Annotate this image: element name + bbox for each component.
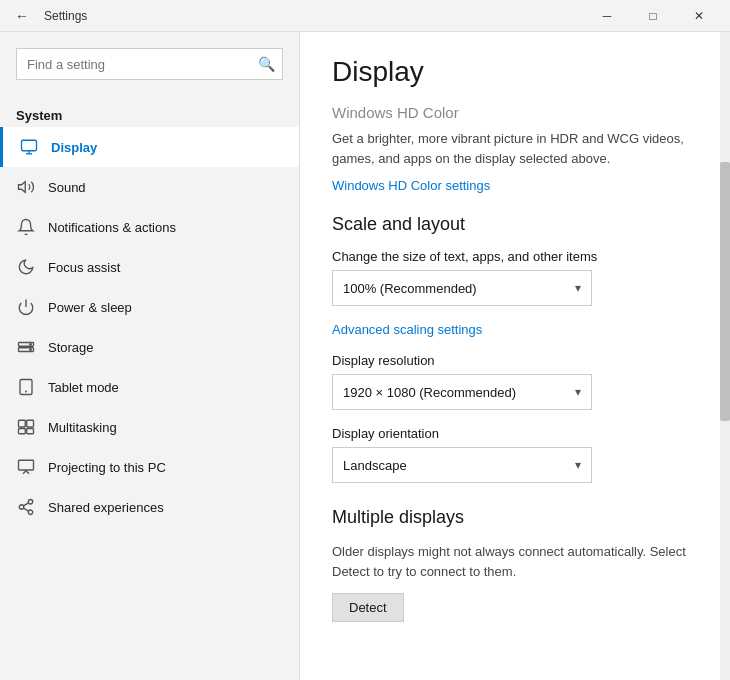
focus-icon xyxy=(16,257,36,277)
hd-color-link[interactable]: Windows HD Color settings xyxy=(332,178,490,193)
back-icon: ← xyxy=(15,8,29,24)
hd-color-desc: Get a brighter, more vibrant picture in … xyxy=(332,129,698,168)
advanced-scaling-link[interactable]: Advanced scaling settings xyxy=(332,322,698,337)
sidebar-item-tablet[interactable]: Tablet mode xyxy=(0,367,299,407)
scale-dropdown-value: 100% (Recommended) xyxy=(343,281,477,296)
svg-rect-13 xyxy=(19,429,26,434)
title-bar-title: Settings xyxy=(44,9,87,23)
sidebar: 🔍 System Display xyxy=(0,32,300,680)
scale-dropdown[interactable]: 100% (Recommended) ▾ xyxy=(332,270,592,306)
page-title: Display xyxy=(332,56,698,88)
scale-section: Scale and layout Change the size of text… xyxy=(332,214,698,483)
notifications-icon xyxy=(16,217,36,237)
sidebar-item-projecting[interactable]: Projecting to this PC xyxy=(0,447,299,487)
resolution-label: Display resolution xyxy=(332,353,698,368)
resolution-field-group: Display resolution 1920 × 1080 (Recommen… xyxy=(332,353,698,410)
hd-color-header: Windows HD Color xyxy=(332,104,698,121)
svg-rect-11 xyxy=(19,420,26,427)
tablet-icon xyxy=(16,377,36,397)
power-icon xyxy=(16,297,36,317)
svg-point-8 xyxy=(30,349,32,351)
scale-section-title: Scale and layout xyxy=(332,214,698,235)
sidebar-item-multitasking[interactable]: Multitasking xyxy=(0,407,299,447)
title-bar: ← Settings ─ □ ✕ xyxy=(0,0,730,32)
sidebar-item-sound-label: Sound xyxy=(48,180,86,195)
sidebar-header: 🔍 xyxy=(0,32,299,100)
orientation-dropdown[interactable]: Landscape ▾ xyxy=(332,447,592,483)
orientation-field-group: Display orientation Landscape ▾ xyxy=(332,426,698,483)
close-icon: ✕ xyxy=(694,9,704,23)
orientation-dropdown-value: Landscape xyxy=(343,458,407,473)
orientation-label: Display orientation xyxy=(332,426,698,441)
multiple-displays-section: Multiple displays Older displays might n… xyxy=(332,507,698,622)
sidebar-item-power-label: Power & sleep xyxy=(48,300,132,315)
sidebar-item-shared[interactable]: Shared experiences xyxy=(0,487,299,527)
sidebar-item-focus[interactable]: Focus assist xyxy=(0,247,299,287)
search-input[interactable] xyxy=(16,48,283,80)
scale-chevron-icon: ▾ xyxy=(575,281,581,295)
sidebar-section-label: System xyxy=(0,100,299,127)
svg-point-7 xyxy=(30,344,32,346)
svg-rect-15 xyxy=(19,460,34,470)
title-bar-left: ← Settings xyxy=(8,2,584,30)
multiple-displays-desc: Older displays might not always connect … xyxy=(332,542,698,581)
scale-label: Change the size of text, apps, and other… xyxy=(332,249,698,264)
main-container: 🔍 System Display xyxy=(0,32,730,680)
multiple-displays-title: Multiple displays xyxy=(332,507,698,528)
sidebar-item-storage[interactable]: Storage xyxy=(0,327,299,367)
sidebar-item-storage-label: Storage xyxy=(48,340,94,355)
svg-point-16 xyxy=(28,500,33,505)
sidebar-item-display-label: Display xyxy=(51,140,97,155)
svg-marker-3 xyxy=(19,182,26,193)
maximize-icon: □ xyxy=(649,9,656,23)
resolution-dropdown[interactable]: 1920 × 1080 (Recommended) ▾ xyxy=(332,374,592,410)
sidebar-item-display[interactable]: Display xyxy=(0,127,299,167)
resolution-chevron-icon: ▾ xyxy=(575,385,581,399)
projecting-icon xyxy=(16,457,36,477)
svg-rect-0 xyxy=(22,140,37,151)
orientation-chevron-icon: ▾ xyxy=(575,458,581,472)
svg-line-19 xyxy=(23,508,28,511)
storage-icon xyxy=(16,337,36,357)
maximize-button[interactable]: □ xyxy=(630,0,676,32)
resolution-dropdown-value: 1920 × 1080 (Recommended) xyxy=(343,385,516,400)
title-bar-controls: ─ □ ✕ xyxy=(584,0,722,32)
sidebar-item-multitasking-label: Multitasking xyxy=(48,420,117,435)
svg-point-17 xyxy=(19,505,24,510)
multitasking-icon xyxy=(16,417,36,437)
shared-icon xyxy=(16,497,36,517)
sidebar-item-notifications[interactable]: Notifications & actions xyxy=(0,207,299,247)
hd-color-section: Windows HD Color Get a brighter, more vi… xyxy=(332,104,698,194)
scrollbar-track[interactable] xyxy=(720,32,730,680)
close-button[interactable]: ✕ xyxy=(676,0,722,32)
search-container: 🔍 xyxy=(16,48,283,80)
svg-line-20 xyxy=(23,503,28,506)
minimize-button[interactable]: ─ xyxy=(584,0,630,32)
sidebar-item-notifications-label: Notifications & actions xyxy=(48,220,176,235)
display-icon xyxy=(19,137,39,157)
detect-button[interactable]: Detect xyxy=(332,593,404,622)
scale-field-group: Change the size of text, apps, and other… xyxy=(332,249,698,306)
scrollbar-thumb[interactable] xyxy=(720,162,730,421)
svg-point-18 xyxy=(28,510,33,515)
svg-rect-12 xyxy=(27,420,34,427)
sidebar-item-projecting-label: Projecting to this PC xyxy=(48,460,166,475)
sound-icon xyxy=(16,177,36,197)
sidebar-item-focus-label: Focus assist xyxy=(48,260,120,275)
sidebar-item-power[interactable]: Power & sleep xyxy=(0,287,299,327)
back-button[interactable]: ← xyxy=(8,2,36,30)
minimize-icon: ─ xyxy=(603,9,612,23)
sidebar-item-shared-label: Shared experiences xyxy=(48,500,164,515)
content-area: Display Windows HD Color Get a brighter,… xyxy=(300,32,730,680)
svg-rect-14 xyxy=(27,429,34,434)
sidebar-item-tablet-label: Tablet mode xyxy=(48,380,119,395)
sidebar-item-sound[interactable]: Sound xyxy=(0,167,299,207)
